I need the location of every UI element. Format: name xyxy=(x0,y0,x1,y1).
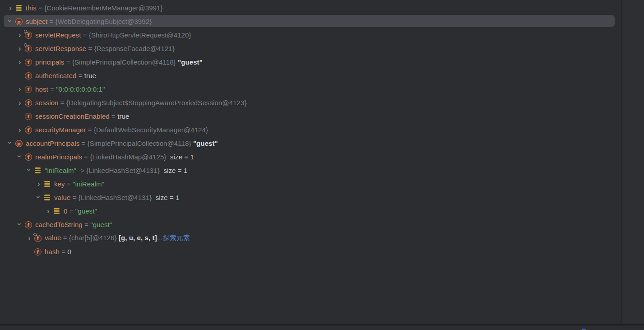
expand-toggle-icon[interactable] xyxy=(16,126,24,134)
variable-value: = xyxy=(86,126,93,134)
variables-tree: this = {CookieRememberMeManager@3991} p … xyxy=(0,0,622,324)
tree-row-cachedToString[interactable]: f cachedToString = "guest" xyxy=(0,218,622,231)
expand-toggle-icon[interactable] xyxy=(6,139,14,147)
row-text: value = {char[5]@4126} [g, u, e, s, t]..… xyxy=(45,234,190,242)
variable-name: cachedToString xyxy=(35,221,83,228)
variable-value: {ResponseFacade@4121} xyxy=(94,45,175,52)
tree-row-this[interactable]: this = {CookieRememberMeManager@3991} xyxy=(0,1,622,14)
value-stack-icon xyxy=(44,180,51,187)
variable-value: = xyxy=(65,180,73,188)
expand-toggle-icon[interactable] xyxy=(16,45,24,52)
tree-row-value-set[interactable]: value = {LinkedHashSet@4131} size = 1 xyxy=(0,191,622,204)
expand-toggle-icon[interactable] xyxy=(16,99,24,107)
expand-toggle-icon[interactable] xyxy=(44,207,52,215)
field-letter: f xyxy=(25,221,32,228)
expand-toggle-icon[interactable] xyxy=(25,234,33,242)
field-letter: f xyxy=(25,72,32,79)
expand-toggle-icon[interactable] xyxy=(16,221,24,228)
variable-name: sessionCreationEnabled xyxy=(35,112,110,120)
tree-row-securityManager[interactable]: f securityManager = {DefaultWebSecurityM… xyxy=(0,123,622,136)
row-text: 0 = "guest" xyxy=(64,207,97,215)
expand-toggle-icon[interactable] xyxy=(16,58,24,66)
variable-value: {LinkedHashSet@4131} xyxy=(87,167,160,174)
expand-toggle-icon[interactable] xyxy=(16,153,24,161)
expand-toggle-icon[interactable] xyxy=(16,85,24,93)
variable-value: {LinkedHashMap@4125} xyxy=(90,153,166,161)
tree-row-host[interactable]: f host = "0:0:0:0:0:0:0:1" xyxy=(0,82,622,96)
expand-toggle-icon[interactable] xyxy=(35,180,43,188)
row-text: cachedToString = "guest" xyxy=(35,221,112,228)
variable-name: value xyxy=(45,234,61,242)
variable-name: authenticated xyxy=(35,72,76,79)
variable-name: value xyxy=(54,194,70,201)
variable-value: true xyxy=(117,112,129,120)
tree-row-iniRealm-entry[interactable]: "iniRealm" -> {LinkedHashSet@4131} size … xyxy=(0,163,622,177)
variable-value: [g, u, e, s, t] xyxy=(117,234,157,242)
variable-name: realmPrincipals xyxy=(35,153,82,161)
row-text: principals = {SimplePrincipalCollection@… xyxy=(35,58,203,66)
final-mark-icon xyxy=(24,30,27,33)
expand-toggle-icon[interactable] xyxy=(16,31,24,39)
tree-row-value-chars[interactable]: f value = {char[5]@4126} [g, u, e, s, t]… xyxy=(0,231,622,245)
tree-row-hash[interactable]: f hash = 0 xyxy=(0,245,622,258)
variable-name: servletResponse xyxy=(35,45,86,52)
variable-value: {SimplePrincipalCollection@4118} xyxy=(72,58,178,66)
row-text: subject = {WebDelegatingSubject@3992} xyxy=(26,18,152,25)
explore-elements-link[interactable]: 探索元素 xyxy=(163,234,190,242)
final-field-icon: f xyxy=(25,31,32,38)
variable-value: = xyxy=(83,221,90,228)
tree-row-realmPrincipals[interactable]: f realmPrincipals = {LinkedHashMap@4125}… xyxy=(0,150,622,163)
tree-row-sessionCreationEnabled[interactable]: f sessionCreationEnabled = true xyxy=(0,109,622,123)
variable-value: "guest" xyxy=(178,58,203,66)
bottom-bar xyxy=(0,325,644,330)
variable-name: securityManager xyxy=(35,126,86,134)
variable-name: key xyxy=(54,180,65,188)
field-icon: f xyxy=(25,85,32,93)
variable-name: accountPrincipals xyxy=(26,139,79,147)
row-text: hash = 0 xyxy=(45,248,71,256)
variable-name: host xyxy=(35,85,48,93)
debugger-variables-panel: this = {CookieRememberMeManager@3991} p … xyxy=(0,0,644,330)
expand-toggle-icon[interactable] xyxy=(35,194,43,201)
tree-row-servletRequest[interactable]: f servletRequest = {ShiroHttpServletRequ… xyxy=(0,28,622,42)
tree-row-servletResponse[interactable]: f servletResponse = {ResponseFacade@4121… xyxy=(0,42,622,55)
tree-row-key[interactable]: key = "iniRealm" xyxy=(0,177,622,191)
property-icon: p xyxy=(15,139,23,147)
field-letter: f xyxy=(25,153,32,161)
expand-toggle-icon[interactable] xyxy=(6,4,14,12)
row-text: realmPrincipals = {LinkedHashMap@4125} s… xyxy=(35,153,194,161)
variable-value: = xyxy=(61,234,69,242)
variable-value: size = 1 xyxy=(152,194,179,201)
field-icon: f xyxy=(25,58,32,65)
field-letter: f xyxy=(34,248,42,256)
tree-row-authenticated[interactable]: f authenticated = true xyxy=(0,69,622,82)
row-text: session = {DelegatingSubject$StoppingAwa… xyxy=(35,99,247,107)
tree-row-subject[interactable]: p subject = {WebDelegatingSubject@3992} xyxy=(0,14,622,28)
variable-value: {SimplePrincipalCollection@4118} xyxy=(88,139,193,147)
final-field-icon: f xyxy=(34,234,42,242)
tree-row-accountPrincipals[interactable]: p accountPrincipals = {SimplePrincipalCo… xyxy=(0,136,622,150)
variable-value: {WebDelegatingSubject@3992} xyxy=(56,18,152,25)
variable-value: {char[5]@4126} xyxy=(69,234,117,242)
expand-toggle-icon[interactable] xyxy=(6,18,14,25)
variable-value: "guest" xyxy=(75,207,97,215)
variable-name: servletRequest xyxy=(35,31,81,39)
value-stack-icon xyxy=(44,194,51,201)
variable-value: = xyxy=(79,139,87,147)
tree-row-principals[interactable]: f principals = {SimplePrincipalCollectio… xyxy=(0,55,622,69)
field-icon: f xyxy=(25,221,32,228)
row-text: securityManager = {DefaultWebSecurityMan… xyxy=(35,126,208,134)
field-letter: f xyxy=(25,113,32,120)
expand-toggle-icon[interactable] xyxy=(25,167,33,174)
right-empty-panel xyxy=(622,0,644,324)
variable-name: session xyxy=(35,99,59,107)
variable-value: = xyxy=(67,207,75,215)
variable-value: = xyxy=(37,4,44,12)
final-mark-icon xyxy=(33,233,37,236)
variable-value: = xyxy=(64,58,72,66)
variable-value: 0 xyxy=(67,248,71,256)
tree-row-session[interactable]: f session = {DelegatingSubject$StoppingA… xyxy=(0,96,622,109)
field-icon: f xyxy=(34,248,42,255)
field-letter: f xyxy=(25,59,32,66)
tree-row-element-0[interactable]: 0 = "guest" xyxy=(0,204,622,218)
